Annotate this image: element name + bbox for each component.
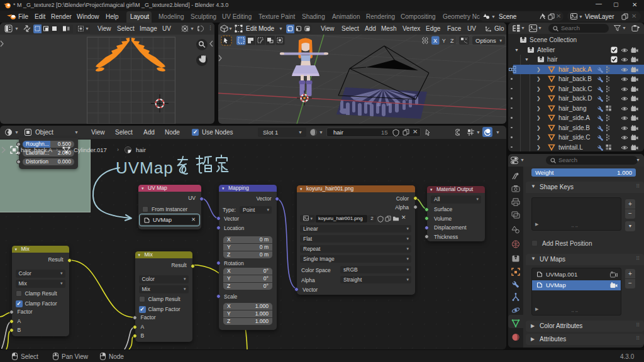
svg-text:Z: Z [450, 38, 454, 44]
svg-text:X: X [433, 38, 437, 44]
svg-text:UVMap: UVMap [116, 158, 174, 177]
svg-text:Y: Y [442, 38, 446, 44]
svg-text:▼: ▼ [499, 38, 502, 43]
svg-text:Options: Options [475, 37, 496, 44]
